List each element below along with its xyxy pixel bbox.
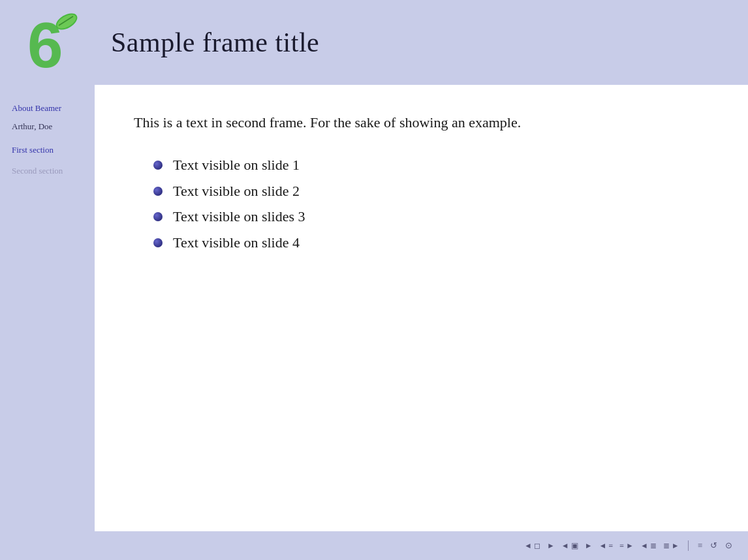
nav-search-icon[interactable]: ⊙ [723, 539, 735, 552]
intro-text: This is a text in second frame. For the … [134, 111, 669, 134]
footer: ◄ ◻ ► ◄ ▣ ► ◄ ≡ ≡ ► ◄ ≣ ≣ ► ≡ ↺ ⊙ [0, 531, 748, 560]
nav-prev-prev-icon[interactable]: ◄ ◻ [522, 540, 542, 552]
list-item: Text visible on slide 1 [153, 152, 715, 178]
list-item: Text visible on slide 4 [153, 230, 715, 256]
sidebar-item-first-section[interactable]: First section [5, 140, 89, 161]
nav-next-icon[interactable]: ► [545, 540, 557, 552]
logo-icon: 6 [26, 10, 85, 75]
list-item: Text visible on slide 2 [153, 178, 715, 204]
bullet-list: Text visible on slide 1 Text visible on … [134, 152, 715, 255]
svg-text:6: 6 [27, 10, 63, 75]
frame-title: Sample frame title [98, 27, 319, 58]
bullet-icon [153, 187, 163, 196]
nav-sub-next-icon[interactable]: ≣ ► [661, 540, 681, 552]
logo-area: 6 [13, 10, 98, 75]
bullet-text-1: Text visible on slide 1 [173, 152, 300, 178]
sidebar-item-second-section[interactable]: Second section [5, 161, 89, 181]
sidebar: About Beamer Arthur, Doe First section S… [0, 85, 95, 531]
nav-section-next-icon[interactable]: ► [583, 540, 595, 552]
list-item: Text visible on slides 3 [153, 204, 715, 230]
sidebar-item-about-beamer[interactable]: About Beamer [5, 98, 89, 119]
main-layout: About Beamer Arthur, Doe First section S… [0, 85, 748, 531]
bullet-text-4: Text visible on slide 4 [173, 230, 300, 256]
nav-separator [688, 540, 689, 551]
bullet-text-3: Text visible on slides 3 [173, 204, 305, 230]
nav-section-prev-icon[interactable]: ◄ ▣ [559, 540, 580, 552]
header: 6 Sample frame title [0, 0, 748, 85]
bullet-icon [153, 212, 163, 221]
bullet-text-2: Text visible on slide 2 [173, 178, 300, 204]
content-area: This is a text in second frame. For the … [95, 85, 748, 531]
bullet-icon [153, 238, 163, 247]
bullet-icon [153, 161, 163, 170]
nav-menu-icon[interactable]: ≡ [695, 539, 705, 552]
navigation-controls: ◄ ◻ ► ◄ ▣ ► ◄ ≡ ≡ ► ◄ ≣ ≣ ► ≡ ↺ ⊙ [522, 539, 735, 552]
nav-sub-prev-icon[interactable]: ◄ ≣ [638, 540, 659, 552]
nav-refresh-icon[interactable]: ↺ [708, 539, 720, 552]
nav-frame-next-icon[interactable]: ≡ ► [617, 540, 636, 552]
sidebar-item-author: Arthur, Doe [5, 119, 89, 140]
nav-frame-prev-icon[interactable]: ◄ ≡ [597, 540, 616, 552]
